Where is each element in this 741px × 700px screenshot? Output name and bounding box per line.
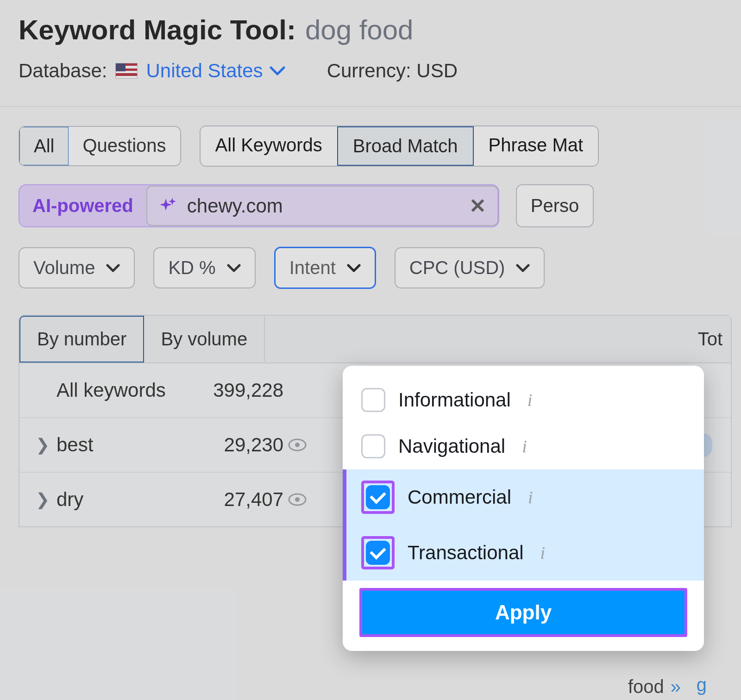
filter-kd-label: KD % xyxy=(168,257,215,278)
tab-all[interactable]: All xyxy=(19,127,69,165)
filter-cpc-label: CPC (USD) xyxy=(409,257,505,278)
question-filter-group: All Questions xyxy=(19,126,181,166)
row-count: 27,407 xyxy=(191,488,283,511)
database-country: United States xyxy=(146,60,263,82)
tab-broad-match[interactable]: Broad Match xyxy=(337,126,474,166)
database-selector[interactable]: Database: United States xyxy=(19,60,285,82)
chevron-down-icon xyxy=(227,263,241,273)
selection-indicator xyxy=(343,469,346,525)
intent-dropdown: Informational i Navigational i Commercia… xyxy=(343,366,704,651)
domain-input-value: chewy.com xyxy=(187,195,459,217)
option-label: Navigational xyxy=(398,435,505,457)
truncated-keyword-tail: g xyxy=(697,675,711,695)
double-chevron-icon: » xyxy=(671,676,681,697)
row-label: All keywords xyxy=(57,379,186,401)
tab-all-keywords[interactable]: All Keywords xyxy=(201,126,337,166)
chevron-right-icon: ❯ xyxy=(33,490,52,509)
match-type-group: All Keywords Broad Match Phrase Mat xyxy=(200,125,599,167)
eye-icon xyxy=(288,488,307,511)
domain-input-wrap[interactable]: chewy.com ✕ xyxy=(146,186,498,226)
tool-name: Keyword Magic Tool: xyxy=(19,14,296,46)
selection-indicator xyxy=(343,525,346,581)
info-icon[interactable]: i xyxy=(528,487,533,507)
filter-cpc[interactable]: CPC (USD) xyxy=(395,247,545,288)
chevron-down-icon xyxy=(106,263,120,273)
intent-option-commercial[interactable]: Commercial i xyxy=(343,469,704,525)
row-label: best xyxy=(57,434,186,456)
info-icon[interactable]: i xyxy=(527,390,533,410)
filter-intent-label: Intent xyxy=(289,257,336,278)
checkbox-checked[interactable] xyxy=(366,485,390,509)
database-label: Database: xyxy=(19,60,107,82)
currency-label: Currency: USD xyxy=(327,60,458,82)
personal-kd-button[interactable]: Perso xyxy=(516,184,594,227)
checkbox[interactable] xyxy=(361,388,385,412)
tab-by-volume[interactable]: By volume xyxy=(144,317,265,362)
filter-intent[interactable]: Intent xyxy=(274,247,376,289)
sparkle-icon xyxy=(158,197,177,215)
checkbox-checked[interactable] xyxy=(366,541,390,565)
filter-kd[interactable]: KD % xyxy=(153,247,255,288)
row-label: dry xyxy=(57,488,186,511)
chevron-down-icon xyxy=(270,66,285,76)
clear-icon[interactable]: ✕ xyxy=(469,194,486,218)
truncated-keyword-tail-2: food » xyxy=(628,676,681,697)
total-header: Tot xyxy=(698,317,731,362)
ai-domain-filter: AI-powered chewy.com ✕ xyxy=(19,184,499,227)
option-label: Informational xyxy=(398,389,511,411)
intent-option-informational[interactable]: Informational i xyxy=(343,377,704,423)
intent-option-navigational[interactable]: Navigational i xyxy=(343,423,704,469)
svg-point-1 xyxy=(295,443,300,447)
tail-letter: g xyxy=(697,675,707,695)
page-title: Keyword Magic Tool: dog food xyxy=(19,14,722,46)
row-count: 29,230 xyxy=(191,434,283,456)
apply-button[interactable]: Apply xyxy=(362,591,684,634)
highlight-box xyxy=(361,481,395,514)
us-flag-icon xyxy=(115,63,138,79)
tab-phrase-match[interactable]: Phrase Mat xyxy=(474,126,598,166)
checkbox[interactable] xyxy=(361,434,385,458)
option-label: Transactional xyxy=(408,542,524,564)
ai-powered-label: AI-powered xyxy=(19,185,146,226)
intent-option-transactional[interactable]: Transactional i xyxy=(343,525,704,581)
row-count: 399,228 xyxy=(191,379,283,401)
eye-icon xyxy=(288,434,307,456)
info-icon[interactable]: i xyxy=(522,436,527,456)
chevron-down-icon xyxy=(516,263,530,273)
highlight-box xyxy=(361,536,395,569)
filter-volume[interactable]: Volume xyxy=(19,247,135,288)
tab-questions[interactable]: Questions xyxy=(69,127,180,165)
highlight-box: Apply xyxy=(359,588,687,637)
search-query: dog food xyxy=(305,14,414,46)
tab-by-number[interactable]: By number xyxy=(19,316,144,362)
info-icon[interactable]: i xyxy=(540,543,546,563)
tail-word: food xyxy=(628,676,664,697)
chevron-down-icon xyxy=(347,263,361,273)
svg-point-3 xyxy=(295,497,300,502)
filter-volume-label: Volume xyxy=(33,257,95,278)
option-label: Commercial xyxy=(408,486,511,508)
chevron-right-icon: ❯ xyxy=(33,435,52,455)
